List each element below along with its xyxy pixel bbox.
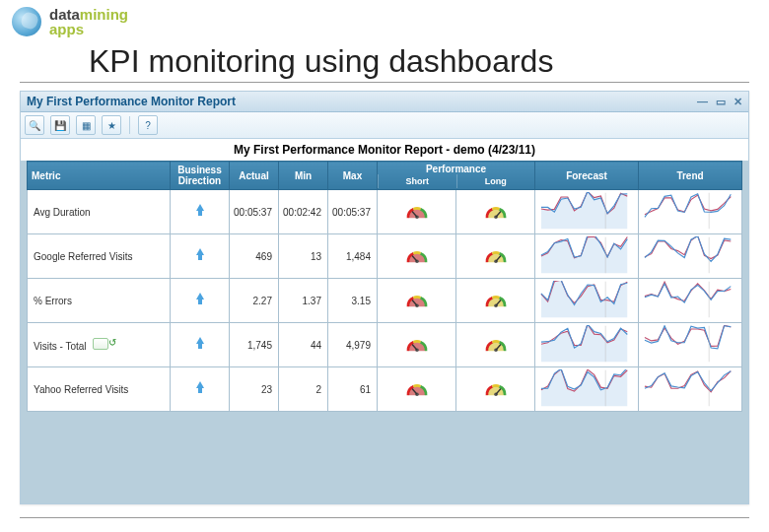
col-actual: Actual xyxy=(230,162,279,190)
window-controls: — ▭ ✕ xyxy=(697,96,742,108)
max-cell: 1,484 xyxy=(328,234,378,279)
brand-word-2: mining xyxy=(80,6,128,23)
app-window: My First Performance Monitor Report — ▭ … xyxy=(20,91,749,504)
trend-cell xyxy=(639,323,742,367)
perf-short-cell xyxy=(378,279,456,323)
gauge-short-icon xyxy=(406,291,428,308)
forecast-cell xyxy=(535,279,639,323)
table-row: Visits - Total 1,745 44 4,979 xyxy=(28,323,742,367)
perf-short-cell xyxy=(378,323,456,367)
gauge-short-icon xyxy=(406,335,428,353)
min-cell: 00:02:42 xyxy=(279,190,328,234)
col-performance-label: Performance xyxy=(378,164,534,174)
zoom-icon[interactable]: 🔍 xyxy=(25,115,44,135)
globe-icon xyxy=(12,7,41,36)
col-direction: Business Direction xyxy=(171,162,230,190)
actual-cell: 2.27 xyxy=(230,279,279,323)
col-metric: Metric xyxy=(28,162,171,190)
table-row: % Errors 2.27 1.37 3.15 xyxy=(28,279,742,323)
metric-cell: Google Referred Visits xyxy=(28,234,171,279)
min-cell: 1.37 xyxy=(279,279,328,323)
perf-long-cell xyxy=(456,279,535,323)
gauge-long-icon xyxy=(485,202,507,220)
col-perf-short: Short xyxy=(378,174,456,188)
direction-cell xyxy=(171,234,230,279)
max-cell: 00:05:37 xyxy=(328,190,378,234)
help-icon[interactable]: ? xyxy=(138,115,158,135)
arrow-up-icon xyxy=(193,337,207,351)
forecast-cell xyxy=(535,323,639,367)
favorite-icon[interactable]: ★ xyxy=(102,115,121,135)
restore-button[interactable]: ▭ xyxy=(716,96,726,108)
report-body: Metric Business Direction Actual Min Max… xyxy=(21,161,748,418)
metric-label: Avg Duration xyxy=(34,207,91,218)
gauge-short-icon xyxy=(406,246,428,264)
toolbar-separator xyxy=(129,116,130,134)
arrow-up-icon xyxy=(193,381,207,395)
grid-icon[interactable]: ▦ xyxy=(76,115,96,135)
metric-label: Yahoo Referred Visits xyxy=(34,384,128,395)
save-icon[interactable]: 💾 xyxy=(50,115,70,135)
max-cell: 61 xyxy=(328,367,378,412)
trend-cell xyxy=(639,234,742,279)
perf-short-cell xyxy=(378,234,456,279)
forecast-cell xyxy=(535,190,639,234)
col-trend: Trend xyxy=(639,162,742,190)
divider-bottom xyxy=(20,517,749,518)
brand-word-3: apps xyxy=(49,22,128,36)
perf-long-cell xyxy=(456,367,535,412)
direction-cell xyxy=(171,279,230,323)
direction-cell xyxy=(171,190,230,234)
gauge-long-icon xyxy=(485,335,507,353)
perf-short-cell xyxy=(378,190,456,234)
gauge-long-icon xyxy=(485,246,507,264)
minimize-button[interactable]: — xyxy=(697,96,708,107)
perf-long-cell xyxy=(456,234,535,279)
gauge-long-icon xyxy=(485,291,507,308)
max-cell: 3.15 xyxy=(328,279,378,323)
actual-cell: 00:05:37 xyxy=(230,190,279,234)
arrow-up-icon xyxy=(193,248,207,262)
refresh-icon[interactable] xyxy=(93,338,108,350)
metric-cell: % Errors xyxy=(28,279,171,323)
col-performance: Performance Short Long xyxy=(378,162,535,190)
min-cell: 44 xyxy=(279,323,328,367)
table-row: Avg Duration 00:05:37 00:02:42 00:05:37 xyxy=(28,190,742,234)
col-forecast: Forecast xyxy=(535,162,639,190)
page-title: KPI monitoring using dashboards xyxy=(0,43,769,82)
min-cell: 13 xyxy=(279,234,328,279)
table-row: Yahoo Referred Visits 23 2 61 xyxy=(28,367,742,412)
gauge-short-icon xyxy=(406,379,428,397)
gauge-long-icon xyxy=(485,379,507,397)
kpi-table: Metric Business Direction Actual Min Max… xyxy=(27,161,742,412)
trend-cell xyxy=(639,190,742,234)
metric-label: Visits - Total xyxy=(34,341,87,352)
arrow-up-icon xyxy=(193,293,207,306)
metric-label: % Errors xyxy=(34,296,72,306)
divider-top xyxy=(20,82,749,83)
metric-cell: Visits - Total xyxy=(28,323,171,367)
close-button[interactable]: ✕ xyxy=(734,96,742,108)
col-min: Min xyxy=(279,162,328,190)
max-cell: 4,979 xyxy=(328,323,378,367)
actual-cell: 23 xyxy=(230,367,279,412)
window-title: My First Performance Monitor Report xyxy=(27,95,236,108)
min-cell: 2 xyxy=(279,367,328,412)
perf-long-cell xyxy=(456,323,535,367)
toolbar: 🔍 💾 ▦ ★ ? xyxy=(21,112,748,139)
table-row: Google Referred Visits 469 13 1,484 xyxy=(28,234,742,279)
metric-label: Google Referred Visits xyxy=(34,251,132,262)
col-max: Max xyxy=(328,162,378,190)
brand-text: datamining apps xyxy=(49,7,128,36)
brand-header: datamining apps xyxy=(0,0,769,43)
direction-cell xyxy=(171,323,230,367)
trend-cell xyxy=(639,279,742,323)
arrow-up-icon xyxy=(193,204,207,218)
actual-cell: 469 xyxy=(230,234,279,279)
perf-long-cell xyxy=(456,190,535,234)
actual-cell: 1,745 xyxy=(230,323,279,367)
trend-cell xyxy=(639,367,742,412)
col-perf-long: Long xyxy=(456,174,535,188)
forecast-cell xyxy=(535,367,639,412)
gauge-short-icon xyxy=(406,202,428,220)
